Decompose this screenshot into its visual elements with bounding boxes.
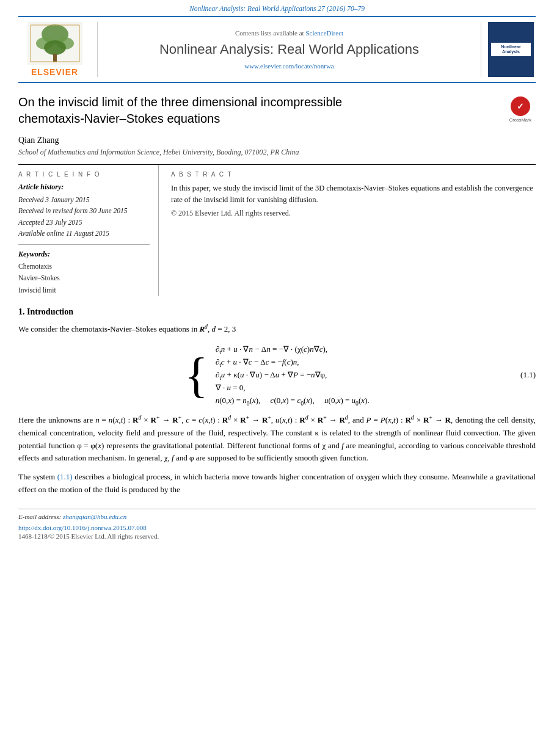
thumbnail-cover: NonlinearAnalysis bbox=[488, 22, 534, 77]
journal-thumbnail: NonlinearAnalysis bbox=[481, 22, 536, 77]
footnote-area: E-mail address: zhangqian@hbu.edu.cn htt… bbox=[18, 513, 536, 540]
journal-center-info: Contents lists available at ScienceDirec… bbox=[98, 22, 481, 77]
two-column-info-abstract: A R T I C L E I N F O Article history: R… bbox=[18, 164, 536, 296]
author-affiliation: School of Mathematics and Information Sc… bbox=[18, 148, 536, 157]
abstract-text: In this paper, we study the inviscid lim… bbox=[171, 183, 536, 206]
intro-heading: 1. Introduction bbox=[18, 307, 536, 317]
journal-title: Nonlinear Analysis: Real World Applicati… bbox=[159, 42, 419, 57]
contents-available-label: Contents lists available at ScienceDirec… bbox=[235, 29, 343, 37]
journal-header: ELSEVIER Contents lists available at Sci… bbox=[18, 16, 536, 83]
revised-date: Received in revised form 30 June 2015 bbox=[18, 205, 150, 216]
keywords-label: Keywords: bbox=[18, 250, 150, 259]
eq-line-3: ∂tu + κ(u · ∇u) − Δu + ∇P = −n∇φ, bbox=[216, 370, 370, 380]
author-name: Qian Zhang bbox=[18, 136, 536, 145]
keyword-navier-stokes: Navier–Stokes bbox=[18, 272, 150, 285]
abstract-column: A B S T R A C T In this paper, we study … bbox=[159, 165, 536, 296]
svg-point-4 bbox=[44, 40, 66, 55]
eq-line-1: ∂tn + u · ∇n − Δn = −∇ · (χ(c)n∇c), bbox=[216, 344, 370, 354]
keyword-chemotaxis: Chemotaxis bbox=[18, 261, 150, 273]
equation-number-label: (1.1) bbox=[520, 370, 536, 380]
eq-line-5: n(0,x) = n0(x), c(0,x) = c0(x), u(0,x) =… bbox=[216, 396, 370, 405]
article-title-row: On the inviscid limit of the three dimen… bbox=[18, 94, 536, 127]
email-link[interactable]: zhangqian@hbu.edu.cn bbox=[63, 513, 126, 520]
available-date: Available online 11 August 2015 bbox=[18, 228, 150, 239]
equation-1-1-block: { ∂tn + u · ∇n − Δn = −∇ · (χ(c)n∇c), ∂t… bbox=[18, 344, 536, 405]
eq-line-4: ∇ · u = 0, bbox=[216, 383, 370, 393]
journal-url[interactable]: www.elsevier.com/locate/nonrwa bbox=[244, 62, 334, 70]
math-Rd: Rd bbox=[199, 324, 208, 333]
crossmark-icon: ✓ bbox=[511, 96, 530, 116]
thumbnail-title-block: NonlinearAnalysis bbox=[491, 43, 531, 57]
intro-para3: The system (1.1) describes a biological … bbox=[18, 471, 536, 496]
equation-lines: ∂tn + u · ∇n − Δn = −∇ · (χ(c)n∇c), ∂tc … bbox=[216, 344, 370, 405]
crossmark-label: CrossMark bbox=[509, 117, 531, 123]
journal-citation-text: Nonlinear Analysis: Real World Applicati… bbox=[189, 5, 365, 12]
journal-citation-bar: Nonlinear Analysis: Real World Applicati… bbox=[0, 0, 554, 16]
article-info-heading: A R T I C L E I N F O bbox=[18, 171, 150, 178]
svg-rect-5 bbox=[53, 54, 57, 62]
elsevier-tree-icon bbox=[27, 22, 82, 65]
received-date: Received 3 January 2015 bbox=[18, 194, 150, 205]
info-divider bbox=[18, 244, 150, 245]
elsevier-brand-label: ELSEVIER bbox=[31, 67, 78, 77]
article-content: On the inviscid limit of the three dimen… bbox=[18, 83, 536, 496]
eq-line-2: ∂tc + u · ∇c − Δc = −f(c)n, bbox=[216, 357, 370, 367]
left-brace-icon: { bbox=[184, 351, 208, 399]
eq-ref-link[interactable]: (1.1) bbox=[57, 472, 73, 481]
thumbnail-journal-title: NonlinearAnalysis bbox=[493, 45, 529, 55]
intro-para2: Here the unknowns are n = n(x,t) : Rd × … bbox=[18, 414, 536, 465]
article-history-label: Article history: bbox=[18, 183, 150, 192]
sciencedirect-link[interactable]: ScienceDirect bbox=[305, 29, 343, 37]
accepted-date: Accepted 23 July 2015 bbox=[18, 217, 150, 228]
crossmark-badge[interactable]: ✓ CrossMark bbox=[505, 94, 536, 123]
equation-system: { ∂tn + u · ∇n − Δn = −∇ · (χ(c)n∇c), ∂t… bbox=[184, 344, 369, 405]
abstract-copyright: © 2015 Elsevier Ltd. All rights reserved… bbox=[171, 209, 536, 218]
article-info-column: A R T I C L E I N F O Article history: R… bbox=[18, 165, 159, 296]
elsevier-logo-block: ELSEVIER bbox=[18, 22, 98, 77]
abstract-heading: A B S T R A C T bbox=[171, 171, 536, 178]
doi-line[interactable]: http://dx.doi.org/10.1016/j.nonrwa.2015.… bbox=[18, 524, 536, 531]
email-footnote: E-mail address: zhangqian@hbu.edu.cn bbox=[18, 513, 536, 520]
footer-divider bbox=[18, 509, 536, 509]
keyword-inviscid: Inviscid limit bbox=[18, 285, 150, 297]
footer-copyright: 1468-1218/© 2015 Elsevier Ltd. All right… bbox=[18, 532, 536, 540]
intro-para1: We consider the chemotaxis-Navier–Stokes… bbox=[18, 323, 536, 336]
email-label: E-mail address: bbox=[18, 513, 61, 520]
article-title: On the inviscid limit of the three dimen… bbox=[18, 94, 342, 127]
